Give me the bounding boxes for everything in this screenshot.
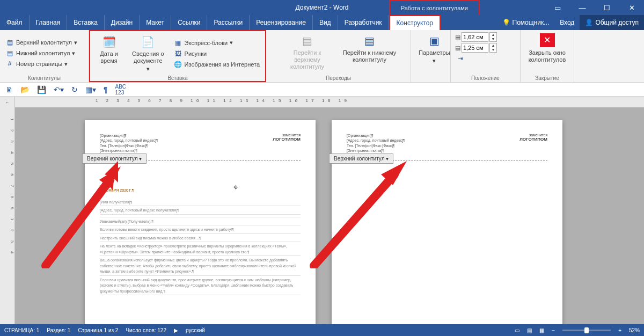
pictures-button[interactable]: 🖼Рисунки: [173, 49, 261, 59]
letter-line: [Адрес, город, почтовый индекс получател…: [100, 206, 301, 215]
options-button[interactable]: ▣ Параметры▾: [415, 32, 453, 65]
insert-align-tab[interactable]: ⇥: [455, 54, 497, 63]
share-button[interactable]: 👤Общий доступ: [580, 15, 644, 30]
logo-placeholder[interactable]: заменитсяЛОГОТИПОМ: [273, 133, 301, 142]
zoom-level[interactable]: 52%: [629, 327, 640, 333]
page-2[interactable]: [Организация]¶ [Адрес, город, почтовый и…: [332, 120, 562, 324]
status-language[interactable]: русский: [186, 327, 205, 333]
header-field[interactable]: [Адрес, город, почтовый индекс]¶: [100, 138, 301, 143]
pictures-icon: 🖼: [174, 49, 182, 58]
chevron-down-icon: ▾: [433, 57, 436, 64]
tab-mailings[interactable]: Рассылки: [207, 15, 250, 30]
zoom-slider[interactable]: [562, 330, 611, 331]
margin-bottom-icon: ▤: [455, 45, 460, 52]
header-field[interactable]: [Организация]¶: [347, 133, 547, 138]
tab-layout[interactable]: Макет: [140, 15, 171, 30]
tab-view[interactable]: Вид: [313, 15, 338, 30]
ribbon-options-icon[interactable]: ▭: [545, 0, 570, 15]
header-field[interactable]: Тел. [Телефон]Факс:[Факс]¶: [347, 143, 547, 148]
save-icon[interactable]: 💾: [37, 85, 46, 94]
paragraph-icon[interactable]: ¶: [104, 85, 108, 94]
maximize-icon[interactable]: ☐: [595, 0, 619, 15]
online-pictures-button[interactable]: 🌐Изображения из Интернета: [173, 60, 261, 69]
close-header-footer-button[interactable]: ✕ Закрыть окно колонтитулов: [525, 32, 569, 64]
tab-insert[interactable]: Вставка: [67, 15, 105, 30]
status-words[interactable]: Число слов: 122: [126, 327, 166, 333]
quickparts-button[interactable]: ▦Экспресс-блоки ▾: [173, 38, 261, 48]
group-label: [415, 80, 446, 81]
header-field[interactable]: [Организация]¶: [100, 133, 301, 138]
minimize-icon[interactable]: —: [570, 0, 595, 15]
footer-button[interactable]: ▤Нижний колонтитул ▾: [4, 48, 78, 58]
header-icon: ▤: [5, 38, 14, 47]
redo-icon[interactable]: ↻: [71, 85, 78, 94]
ruler-ticks: 1 2 3 4 5 6 7 8 9 10 11 12 13 14 15 16 1…: [96, 98, 350, 103]
table-icon[interactable]: ▦▾: [85, 85, 96, 94]
tab-developer[interactable]: Разработчик: [338, 15, 389, 30]
view-read-icon[interactable]: ▭: [515, 327, 519, 333]
group-label: Закрытие: [525, 74, 569, 81]
status-section[interactable]: Раздел: 1: [47, 327, 70, 333]
margin-top-icon: ▤: [455, 34, 460, 41]
options-icon: ▣: [426, 33, 443, 48]
zoom-in-icon[interactable]: +: [618, 327, 621, 333]
close-icon[interactable]: ✕: [619, 0, 644, 15]
goto-header-icon: ▤: [299, 33, 316, 48]
new-doc-icon[interactable]: 🗎: [5, 85, 13, 94]
tab-constructor[interactable]: Конструктор: [389, 15, 441, 30]
footer-bottom-spin[interactable]: ▤▲▼: [455, 43, 497, 53]
tab-home[interactable]: Главная: [30, 15, 68, 30]
tell-me[interactable]: 💡Помощник...: [497, 15, 555, 30]
view-web-icon[interactable]: ▦: [539, 327, 544, 333]
datetime-button[interactable]: 🗓️ Дата и время: [94, 33, 123, 65]
goto-footer-button[interactable]: ▤ Перейти к нижнему колонтитулу: [340, 32, 400, 64]
status-macro-icon[interactable]: ▶: [174, 327, 178, 333]
logo-placeholder[interactable]: заменитсяЛОГОТИПОМ: [519, 133, 547, 142]
spinner-arrows[interactable]: ▲▼: [489, 32, 497, 42]
document-title: Документ2 - Word: [295, 4, 348, 11]
header-top-input[interactable]: [462, 32, 488, 42]
pagenum-icon: #: [5, 60, 14, 68]
view-print-icon[interactable]: ▤: [527, 327, 532, 333]
chevron-down-icon: ▾: [72, 50, 75, 57]
open-icon[interactable]: 📂: [20, 85, 30, 94]
header-field[interactable]: Тел. [Телефон]Факс:[Факс]¶: [100, 143, 301, 148]
tab-references[interactable]: Ссылки: [171, 15, 207, 30]
document-area: 1 2 3 4 5 6 7 8 9 1 2 3 4 [Организация]¶…: [0, 107, 644, 324]
group-navigation: ▤ Перейти к верхнему колонтитулу ▤ Перей…: [266, 30, 411, 82]
login-button[interactable]: Вход: [554, 15, 580, 30]
header-field[interactable]: [Адрес, город, почтовый индекс]¶: [347, 138, 547, 143]
group-position: ▤▲▼ ▤▲▼ ⇥ Положение: [451, 30, 521, 82]
docinfo-button[interactable]: 📄 Сведения о документе▾: [126, 33, 171, 74]
header-field[interactable]: [Электронная почта]¶: [100, 148, 301, 153]
share-icon: 👤: [585, 19, 593, 26]
title-bar: Документ2 - Word Работа с колонтитулами …: [0, 0, 644, 15]
letter-line: Если вам нравится внешний вид документа,…: [100, 276, 301, 296]
lightbulb-icon: 💡: [502, 19, 510, 26]
window-controls: ▭ — ☐ ✕: [545, 0, 644, 15]
header-button[interactable]: ▤Верхний колонтитул ▾: [4, 38, 78, 47]
undo-icon[interactable]: ↶▾: [54, 85, 64, 94]
ribbon-tabs: Файл Главная Вставка Дизайн Макет Ссылки…: [0, 15, 644, 30]
letter-line: Ваша организация использует фирменные цв…: [100, 256, 301, 276]
group-options: ▣ Параметры▾: [411, 30, 451, 82]
status-page[interactable]: СТРАНИЦА: 1: [4, 327, 39, 333]
goto-header-button[interactable]: ▤ Перейти к верхнему колонтитулу: [277, 32, 338, 72]
online-pics-icon: 🌐: [174, 60, 182, 69]
tab-file[interactable]: Файл: [0, 15, 30, 30]
tab-review[interactable]: Рецензирование: [250, 15, 313, 30]
header-field[interactable]: [Электронная почта]¶: [347, 148, 547, 153]
letter-body: 2 НОЯБРЯ 2020 Г.¶ [Имя получателя]¶ [Адр…: [100, 188, 301, 295]
letter-line: Уважаемый(ая) [Получатель].¶: [100, 217, 301, 226]
spinner-arrows[interactable]: ▲▼: [489, 43, 497, 53]
zoom-out-icon[interactable]: −: [552, 327, 555, 333]
page-number-button[interactable]: #Номер страницы ▾: [4, 59, 78, 69]
page-1[interactable]: [Организация]¶ [Адрес, город, почтовый и…: [85, 120, 316, 324]
tab-design[interactable]: Дизайн: [105, 15, 140, 30]
header-label-tab: Верхний колонтитул ▾: [82, 154, 147, 164]
header-top-spin[interactable]: ▤▲▼: [455, 32, 497, 42]
abc-icon[interactable]: ABC123: [115, 84, 127, 96]
footer-bottom-input[interactable]: [462, 43, 488, 53]
status-pages[interactable]: Страница 1 из 2: [78, 327, 118, 333]
group-close: ✕ Закрыть окно колонтитулов Закрытие: [521, 30, 574, 82]
